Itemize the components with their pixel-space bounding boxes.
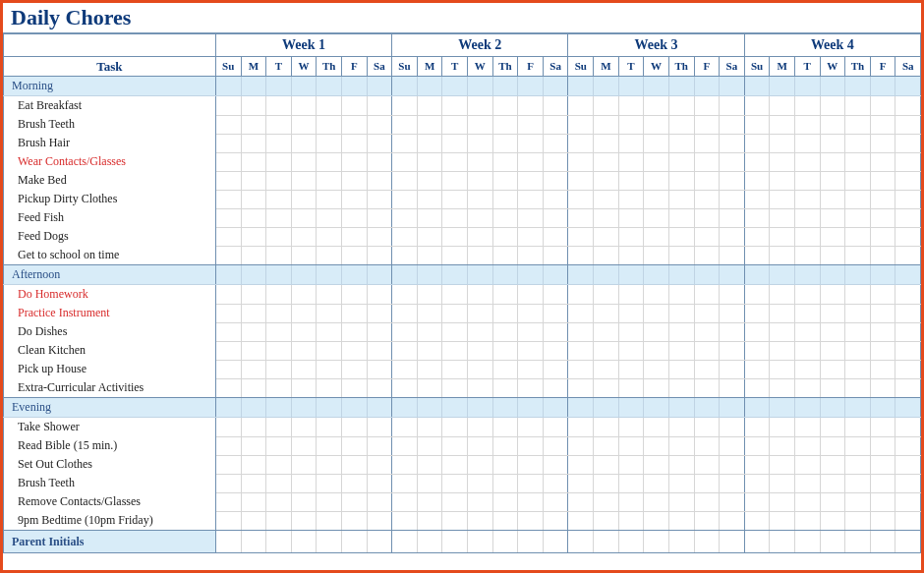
grid-cell: [845, 341, 871, 360]
grid-cell: [870, 304, 895, 322]
grid-cell: [794, 134, 820, 152]
grid-cell: [895, 171, 921, 190]
grid-cell: [317, 492, 342, 511]
grid-cell: [468, 418, 493, 437]
grid-cell: [417, 304, 442, 322]
day-header: W: [644, 57, 669, 77]
grid-cell: [492, 474, 518, 492]
grid-cell: [392, 398, 418, 418]
grid-cell: [568, 246, 594, 265]
grid-cell: [266, 360, 292, 378]
grid-cell: [744, 341, 770, 360]
grid-cell: [317, 418, 342, 437]
grid-cell: [618, 208, 644, 227]
grid-cell: [317, 398, 342, 418]
grid-cell: [518, 152, 544, 171]
grid-cell: [644, 115, 669, 134]
grid-cell: [543, 511, 568, 531]
grid-cell: [618, 378, 644, 398]
grid-cell: [241, 341, 266, 360]
grid-cell: [266, 398, 292, 418]
grid-cell: [668, 171, 694, 190]
task-row: Take Shower: [4, 418, 921, 437]
grid-cell: [417, 322, 442, 341]
grid-cell: [845, 531, 871, 553]
grid-cell: [317, 134, 342, 152]
grid-cell: [845, 360, 871, 378]
grid-cell: [668, 208, 694, 227]
grid-cell: [820, 304, 845, 322]
grid-cell: [794, 474, 820, 492]
grid-cell: [367, 418, 392, 437]
grid-cell: [668, 341, 694, 360]
grid-cell: [694, 304, 720, 322]
grid-cell: [392, 341, 418, 360]
grid-cell: [694, 265, 720, 285]
grid-cell: [442, 285, 468, 305]
grid-cell: [820, 285, 845, 305]
grid-cell: [392, 227, 418, 246]
grid-cell: [820, 152, 845, 171]
grid-cell: [820, 322, 845, 341]
grid-cell: [568, 455, 594, 474]
day-header: F: [518, 57, 544, 77]
grid-cell: [668, 246, 694, 265]
grid-cell: [568, 96, 594, 116]
grid-cell: [644, 208, 669, 227]
grid-cell: [744, 134, 770, 152]
grid-cell: [367, 436, 392, 455]
grid-cell: [644, 171, 669, 190]
grid-cell: [392, 208, 418, 227]
grid-cell: [266, 531, 292, 553]
grid-cell: [492, 455, 518, 474]
grid-cell: [317, 531, 342, 553]
grid-cell: [720, 285, 745, 305]
grid-cell: [417, 531, 442, 553]
grid-cell: [241, 436, 266, 455]
grid-cell: [518, 304, 544, 322]
grid-cell: [341, 492, 367, 511]
grid-cell: [770, 418, 795, 437]
grid-cell: [618, 322, 644, 341]
grid-cell: [568, 171, 594, 190]
grid-cell: [291, 227, 317, 246]
grid-cell: [568, 115, 594, 134]
grid-cell: [367, 492, 392, 511]
grid-cell: [644, 304, 669, 322]
grid-cell: [845, 190, 871, 208]
week-header: Week 4: [744, 34, 920, 57]
grid-cell: [266, 511, 292, 531]
grid-cell: [241, 115, 266, 134]
grid-cell: [870, 134, 895, 152]
grid-cell: [317, 455, 342, 474]
task-label: Pickup Dirty Clothes: [4, 190, 216, 208]
grid-cell: [417, 115, 442, 134]
grid-cell: [266, 171, 292, 190]
grid-cell: [594, 492, 619, 511]
grid-cell: [820, 531, 845, 553]
grid-cell: [442, 474, 468, 492]
grid-cell: [594, 378, 619, 398]
grid-cell: [744, 455, 770, 474]
grid-cell: [744, 492, 770, 511]
grid-cell: [241, 265, 266, 285]
grid-cell: [518, 134, 544, 152]
grid-cell: [770, 398, 795, 418]
grid-cell: [618, 531, 644, 553]
grid-cell: [744, 227, 770, 246]
grid-cell: [794, 436, 820, 455]
grid-cell: [518, 265, 544, 285]
grid-cell: [518, 474, 544, 492]
grid-cell: [392, 152, 418, 171]
grid-cell: [241, 531, 266, 553]
day-header: Sa: [543, 57, 568, 77]
grid-cell: [870, 246, 895, 265]
grid-cell: [594, 285, 619, 305]
day-header: Th: [845, 57, 871, 77]
task-label: Make Bed: [4, 171, 216, 190]
day-header: Su: [568, 57, 594, 77]
task-label: Pick up House: [4, 360, 216, 378]
grid-cell: [468, 322, 493, 341]
grid-cell: [770, 322, 795, 341]
grid-cell: [794, 378, 820, 398]
